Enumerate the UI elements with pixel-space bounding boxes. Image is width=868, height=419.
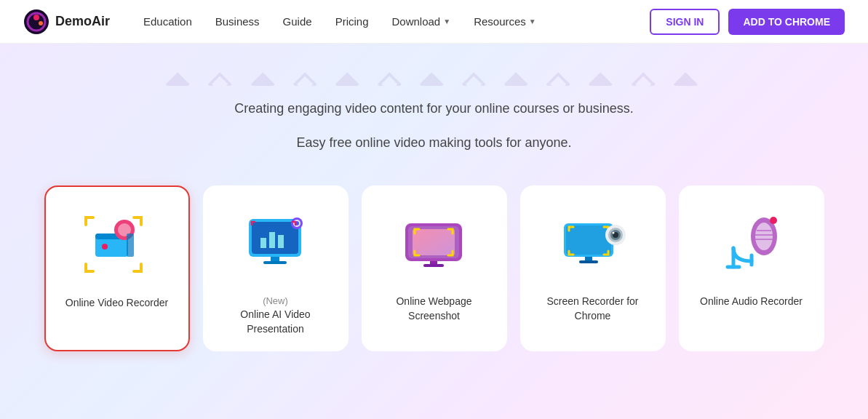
card-icon-webpage-screenshot [394,203,474,283]
nav-guide[interactable]: Guide [273,9,322,33]
add-to-chrome-button[interactable]: ADD TO CHROME [728,9,845,35]
card-icon-ai-presentation [236,203,316,283]
navbar: DemoAir Education Business Guide Pricing… [0,0,868,44]
card-screen-recorder-chrome[interactable]: Screen Recorder for Chrome [520,185,666,351]
nav-education[interactable]: Education [133,9,202,33]
cards-section: Online Video Recorder [0,168,868,368]
download-dropdown-arrow: ▼ [443,17,450,25]
card-webpage-screenshot[interactable]: Online Webpage Screenshot [362,185,507,351]
svg-rect-13 [269,232,275,248]
card-label-screen-recorder: Screen Recorder for Chrome [532,295,654,323]
card-audio-recorder[interactable]: Online Audio Recorder [679,185,824,351]
svg-rect-28 [566,226,611,255]
card-icon-audio-recorder [712,203,792,283]
logo-icon [23,9,49,35]
hero-line2: Easy free online video making tools for … [15,132,853,154]
svg-rect-12 [260,238,266,248]
card-icon-screen-recorder [553,203,633,283]
brand-name: DemoAir [55,14,110,29]
nav-actions: SIGN IN ADD TO CHROME [650,9,845,35]
svg-rect-25 [423,264,444,267]
card-label-video-recorder: Online Video Recorder [65,296,168,311]
nav-links: Education Business Guide Pricing Downloa… [133,9,650,33]
nav-business[interactable]: Business [205,9,270,33]
svg-rect-14 [278,235,284,248]
card-icon-video-recorder [77,204,157,284]
svg-rect-35 [579,260,598,263]
svg-rect-9 [127,234,134,257]
svg-rect-16 [263,261,287,264]
svg-point-2 [33,15,39,20]
svg-point-43 [770,217,777,224]
card-label-ai-presentation: Online AI Video Presentation [215,308,337,336]
card-online-video-recorder[interactable]: Online Video Recorder [44,185,190,351]
card-label-webpage-screenshot: Online Webpage Screenshot [373,295,495,323]
nav-download[interactable]: Download ▼ [382,9,461,33]
nav-resources[interactable]: Resources ▼ [463,9,546,33]
svg-point-33 [612,232,614,234]
resources-dropdown-arrow: ▼ [529,17,536,25]
nav-pricing[interactable]: Pricing [325,9,379,33]
hero-bg-text: ◆ ◇ ◆ ◇ ◆ ◇ ◆ ◇ ◆ ◇ ◆ ◇ ◆ [15,65,853,86]
hero-section: ◆ ◇ ◆ ◇ ◆ ◇ ◆ ◇ ◆ ◇ ◆ ◇ ◆ Creating engag… [0,44,868,168]
sign-in-button[interactable]: SIGN IN [650,9,720,35]
svg-point-3 [39,21,43,25]
card-ai-video-presentation[interactable]: (New) Online AI Video Presentation [203,185,349,351]
card-label-audio-recorder: Online Audio Recorder [700,295,803,309]
logo[interactable]: DemoAir [23,9,110,35]
svg-rect-23 [413,229,455,255]
svg-point-8 [102,244,108,250]
card-new-badge: (New) [263,295,288,308]
hero-line1: Creating engaging video content for your… [15,97,853,120]
svg-point-39 [755,223,773,250]
